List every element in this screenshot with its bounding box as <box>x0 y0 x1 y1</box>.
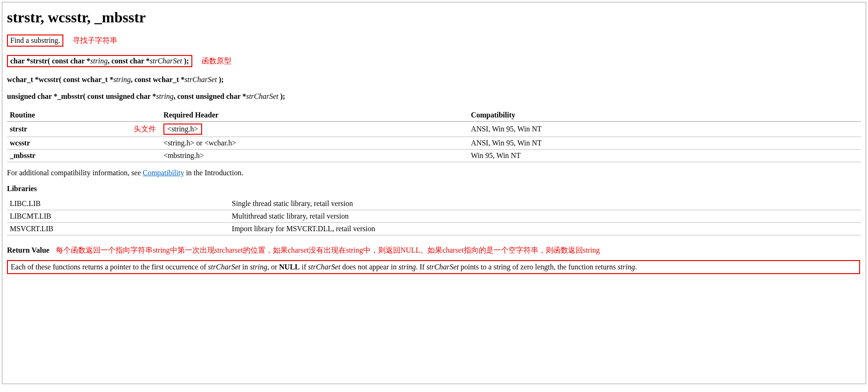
text: does not appear in <box>340 263 399 271</box>
text: . If <box>416 263 427 271</box>
text: string <box>617 263 635 271</box>
return-value-heading-line: Return Value 每个函数返回一个指向字符串string中第一次出现st… <box>7 246 861 255</box>
routine-cell: _mbsstr <box>7 150 161 162</box>
proto-param: strCharSet <box>150 57 182 65</box>
text: string <box>250 263 267 271</box>
text: points to a string of zero length, the f… <box>459 263 617 271</box>
col-routine: Routine <box>7 109 161 122</box>
table-row: _mbsstr <mbstring.h> Win 95, Win NT <box>7 150 861 162</box>
page-title: strstr, wcsstr, _mbsstr <box>7 9 861 26</box>
lib-desc: Multithread static library, retail versi… <box>229 210 861 223</box>
header-cell: <string.h> or <wchar.h> <box>161 137 468 150</box>
prototype-wcsstr: wchar_t *wcsstr( const wchar_t *string, … <box>7 76 861 84</box>
proto-text: ); <box>278 92 285 100</box>
summary-line: Find a substring. 寻找子字符串 <box>7 34 861 47</box>
header-annotation: 头文件 <box>134 124 156 134</box>
lib-name: MSVCRT.LIB <box>7 223 229 235</box>
lib-name: LIBC.LIB <box>7 198 229 210</box>
text: For additional compatibility information… <box>7 169 143 177</box>
proto-text: unsigned char *_mbsstr( const unsigned c… <box>7 92 156 100</box>
text: NULL <box>279 263 299 271</box>
libraries-table: LIBC.LIB Single thread static library, r… <box>7 198 861 235</box>
routine-name: strstr <box>10 125 27 133</box>
proto-text: , const wchar_t * <box>131 76 185 83</box>
compat-cell: ANSI, Win 95, Win NT <box>468 137 861 150</box>
compat-cell: ANSI, Win 95, Win NT <box>468 122 861 137</box>
proto-text: ); <box>182 57 189 65</box>
prototype-annotation: 函数原型 <box>202 57 231 65</box>
return-value-heading: Return Value <box>7 246 49 254</box>
prototype-strstr: char *strstr( const char *string, const … <box>7 55 861 67</box>
summary-annotation: 寻找子字符串 <box>73 36 117 44</box>
text: in <box>240 263 250 271</box>
text: strCharSet <box>427 263 459 271</box>
compat-info-line: For additional compatibility information… <box>7 169 861 177</box>
summary-text: Find a substring. <box>7 34 63 47</box>
text: strCharSet <box>308 263 340 271</box>
libraries-heading: Libraries <box>7 185 861 193</box>
document-page: strstr, wcsstr, _mbsstr Find a substring… <box>2 2 866 384</box>
table-row: wcsstr <string.h> or <wchar.h> ANSI, Win… <box>7 137 861 150</box>
return-value-description: Each of these functions returns a pointe… <box>7 260 860 274</box>
proto-text: char *strstr( const char * <box>10 57 90 65</box>
table-row: LIBC.LIB Single thread static library, r… <box>7 198 861 210</box>
proto-text: , const char * <box>108 57 149 65</box>
compatibility-link[interactable]: Compatibility <box>143 169 184 177</box>
lib-name: LIBCMT.LIB <box>7 210 229 223</box>
lib-desc: Import library for MSVCRT.DLL, retail ve… <box>229 223 861 235</box>
proto-text: , const unsigned char * <box>174 92 246 100</box>
text: in the Introduction. <box>184 169 243 177</box>
proto-param: string <box>113 76 130 83</box>
header-cell: <mbstring.h> <box>161 150 468 162</box>
table-row: strstr 头文件 <string.h> ANSI, Win 95, Win … <box>7 122 861 137</box>
routine-cell: wcsstr <box>7 137 161 150</box>
proto-param: strCharSet <box>246 92 278 100</box>
proto-text: wchar_t *wcsstr( const wchar_t * <box>7 76 113 83</box>
table-row: LIBCMT.LIB Multithread static library, r… <box>7 210 861 223</box>
header-compat-table: Routine Required Header Compatibility st… <box>7 109 861 162</box>
text: Each of these functions returns a pointe… <box>11 263 208 271</box>
proto-param: string <box>156 92 173 100</box>
prototype-strstr-box: char *strstr( const char *string, const … <box>7 55 192 67</box>
text: , or <box>267 263 279 271</box>
header-cell: <string.h> <box>161 122 468 137</box>
proto-param: string <box>90 57 108 65</box>
text: strCharSet <box>208 263 240 271</box>
text: . <box>635 263 637 271</box>
routine-cell: strstr 头文件 <box>7 122 161 137</box>
col-required-header: Required Header <box>161 109 468 122</box>
text: string <box>399 263 416 271</box>
header-value: <string.h> <box>163 124 202 135</box>
table-header-row: Routine Required Header Compatibility <box>7 109 861 122</box>
compat-cell: Win 95, Win NT <box>468 150 861 162</box>
col-compatibility: Compatibility <box>468 109 861 122</box>
prototype-mbsstr: unsigned char *_mbsstr( const unsigned c… <box>7 92 861 101</box>
proto-param: strCharSet <box>184 76 217 83</box>
text: if <box>300 263 308 271</box>
lib-desc: Single thread static library, retail ver… <box>229 198 861 210</box>
table-row: MSVCRT.LIB Import library for MSVCRT.DLL… <box>7 223 861 235</box>
return-value-annotation: 每个函数返回一个指向字符串string中第一次出现strcharset的位置，如… <box>56 246 600 255</box>
proto-text: ); <box>217 76 224 83</box>
